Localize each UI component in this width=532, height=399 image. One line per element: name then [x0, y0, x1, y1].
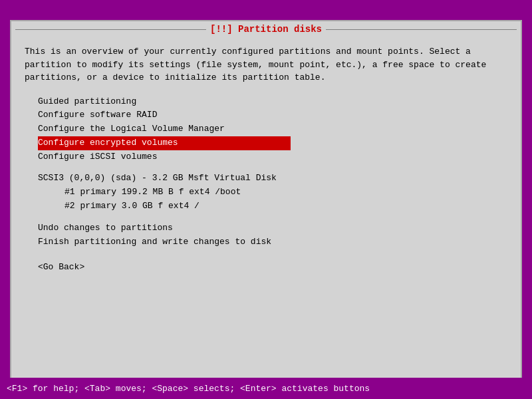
go-back-button[interactable]: <Go Back> [38, 262, 507, 272]
partition-2[interactable]: #2 primary 3.0 GB f ext4 / [65, 200, 507, 213]
main-window: [!!] Partition disks This is an overview… [10, 20, 522, 379]
action-undo[interactable]: Undo changes to partitions [38, 221, 507, 235]
title-bar: [!!] Partition disks [11, 21, 521, 37]
action-finish[interactable]: Finish partitioning and write changes to… [38, 235, 507, 249]
disk-info-line: SCSI3 (0,0,0) (sda) - 3.2 GB Msft Virtua… [38, 172, 507, 186]
description-text: This is an overview of your currently co… [25, 45, 507, 84]
menu-item-encrypted[interactable]: Configure encrypted volumes [38, 136, 291, 150]
status-text: <F1> for help; <Tab> moves; <Space> sele… [7, 384, 370, 394]
window-title: [!!] Partition disks [210, 24, 322, 35]
menu-list: Guided partitioning Configure software R… [38, 95, 507, 164]
title-bar-line-left [15, 29, 206, 30]
title-bar-line-right [326, 29, 517, 30]
disk-info-area: SCSI3 (0,0,0) (sda) - 3.2 GB Msft Virtua… [38, 172, 507, 213]
menu-item-raid[interactable]: Configure software RAID [38, 108, 507, 122]
menu-item-lvm[interactable]: Configure the Logical Volume Manager [38, 122, 507, 136]
status-bar: <F1> for help; <Tab> moves; <Space> sele… [0, 378, 532, 399]
menu-item-iscsi[interactable]: Configure iSCSI volumes [38, 150, 507, 164]
actions-area: Undo changes to partitions Finish partit… [38, 221, 507, 249]
menu-item-guided[interactable]: Guided partitioning [38, 95, 507, 109]
content-area: This is an overview of your currently co… [11, 37, 521, 378]
partition-1[interactable]: #1 primary 199.2 MB B f ext4 /boot [65, 186, 507, 200]
